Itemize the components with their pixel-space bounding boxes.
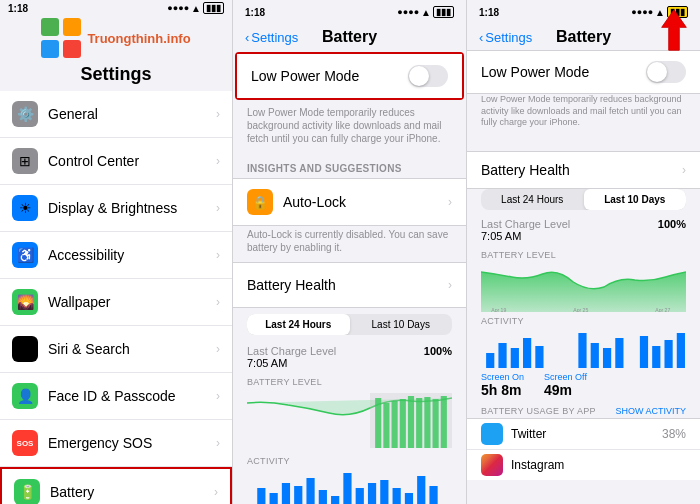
tab-10d-p3[interactable]: Last 10 Days xyxy=(584,189,687,210)
settings-item-emergency[interactable]: SOS Emergency SOS › xyxy=(0,420,232,467)
tab-24h-p2[interactable]: Last 24 Hours xyxy=(247,314,350,335)
time-p3: 1:18 xyxy=(479,7,499,18)
lpm-card-p2: Low Power Mode xyxy=(235,52,464,100)
back-button-p3[interactable]: ‹ Settings xyxy=(479,30,532,45)
display-icon: ☀ xyxy=(12,195,38,221)
signal-icon: ●●●● xyxy=(167,3,189,13)
svg-rect-6 xyxy=(383,403,389,448)
chevron-bh: › xyxy=(448,278,452,292)
chevron-icon: › xyxy=(216,342,220,356)
settings-item-siri[interactable]: ◎ Siri & Search › xyxy=(0,326,232,373)
watermark: Truongthinh.info xyxy=(0,16,232,60)
battery-panel: 1:18 ●●●● ▲ ▮▮▮ ‹ Settings Battery Low P… xyxy=(233,0,467,504)
wallpaper-label: Wallpaper xyxy=(48,294,216,310)
chevron-icon: › xyxy=(216,436,220,450)
settings-item-control-center[interactable]: ⊞ Control Center › xyxy=(0,138,232,185)
panel2-content: Low Power Mode Low Power Mode temporaril… xyxy=(233,50,466,504)
screen-on-value: 5h 8m xyxy=(481,382,524,398)
settings-item-faceid[interactable]: 👤 Face ID & Passcode › xyxy=(0,373,232,420)
signal-p2: ●●●● xyxy=(397,7,419,17)
wallpaper-icon: 🌄 xyxy=(12,289,38,315)
charge-level-row-p3: Last Charge Level 7:05 AM 100% xyxy=(467,214,700,246)
svg-rect-8 xyxy=(400,399,406,448)
last-charge-time-p3: 7:05 AM xyxy=(481,230,570,242)
activity-chart-p3 xyxy=(481,328,686,368)
settings-item-general[interactable]: ⚙️ General › xyxy=(0,91,232,138)
svg-rect-35 xyxy=(511,348,519,368)
nav-title-p3: Battery xyxy=(556,28,611,46)
screen-on-block: Screen On 5h 8m xyxy=(481,372,524,398)
svg-rect-18 xyxy=(306,478,314,504)
instagram-name: Instagram xyxy=(511,458,686,472)
bh-label-p3: Battery Health xyxy=(481,162,682,178)
settings-item-display[interactable]: ☀ Display & Brightness › xyxy=(0,185,232,232)
lpm-card-p3: Low Power Mode xyxy=(467,50,700,94)
svg-rect-14 xyxy=(257,488,265,504)
general-icon: ⚙️ xyxy=(12,101,38,127)
time-tabs-p2: Last 24 Hours Last 10 Days xyxy=(247,314,452,335)
chevron-icon: › xyxy=(216,201,220,215)
svg-rect-39 xyxy=(591,343,599,368)
siri-label: Siri & Search xyxy=(48,341,216,357)
lpm-toggle-p2[interactable] xyxy=(408,65,448,87)
time-tabs-p3: Last 24 Hours Last 10 Days xyxy=(481,189,686,210)
general-label: General xyxy=(48,106,216,122)
chevron-icon: › xyxy=(216,389,220,403)
charge-pct-p3: 100% xyxy=(658,218,686,242)
lpm-toggle-p3[interactable] xyxy=(646,61,686,83)
chevron-icon: › xyxy=(214,485,218,499)
control-center-icon: ⊞ xyxy=(12,148,38,174)
svg-rect-2 xyxy=(41,40,59,58)
svg-marker-29 xyxy=(662,10,687,50)
svg-rect-12 xyxy=(433,399,439,448)
autolock-row[interactable]: 🔒 Auto-Lock › xyxy=(233,179,466,225)
nav-title-p2: Battery xyxy=(322,28,377,46)
lpm-row-p2: Low Power Mode xyxy=(237,54,462,98)
toggle-knob xyxy=(409,66,429,86)
charge-title-p2: Last Charge Level xyxy=(247,345,336,357)
tab-10d-p2[interactable]: Last 10 Days xyxy=(350,314,453,335)
settings-panel: 1:18 ●●●● ▲ ▮▮▮ Truongthinh.info Setting… xyxy=(0,0,233,504)
lpm-row-p3: Low Power Mode xyxy=(467,51,700,93)
battery-chart-p3: Apr 19 Apr 25 Apr 27 xyxy=(481,262,686,312)
svg-rect-27 xyxy=(417,476,425,504)
twitter-icon xyxy=(481,423,503,445)
settings-item-wallpaper[interactable]: 🌄 Wallpaper › xyxy=(0,279,232,326)
svg-rect-16 xyxy=(282,483,290,504)
svg-rect-24 xyxy=(380,480,388,504)
tab-24h-p3[interactable]: Last 24 Hours xyxy=(481,189,584,210)
svg-rect-11 xyxy=(424,397,430,448)
battery-health-label: Battery Health xyxy=(247,277,448,293)
batt-usage-row: BATTERY USAGE BY APP SHOW ACTIVITY xyxy=(467,402,700,418)
settings-item-battery[interactable]: 🔋 Battery › xyxy=(0,467,232,504)
activity-label-p2: ACTIVITY xyxy=(233,452,466,468)
show-activity-btn[interactable]: SHOW ACTIVITY xyxy=(615,406,686,416)
svg-rect-38 xyxy=(578,333,586,368)
svg-rect-43 xyxy=(652,346,660,368)
autolock-label: Auto-Lock xyxy=(283,194,448,210)
batt-usage-label: BATTERY USAGE BY APP xyxy=(481,406,596,416)
act-label-p3: ACTIVITY xyxy=(467,312,700,328)
battery-detail-panel: 1:18 ●●●● ▲ ▮▮▮ ‹ Settings Battery Low P… xyxy=(467,0,700,504)
back-chevron-p3: ‹ xyxy=(479,30,483,45)
chevron-bh-p3: › xyxy=(682,163,686,177)
wifi-icon: ▲ xyxy=(191,3,201,14)
back-button-p2[interactable]: ‹ Settings xyxy=(245,30,298,45)
emergency-label: Emergency SOS xyxy=(48,435,216,451)
battery-chart-p2 xyxy=(247,393,452,448)
lpm-label-p2: Low Power Mode xyxy=(251,68,408,84)
settings-item-accessibility[interactable]: ♿ Accessibility › xyxy=(0,232,232,279)
instagram-row[interactable]: Instagram xyxy=(467,449,700,480)
svg-rect-13 xyxy=(441,396,447,448)
svg-rect-21 xyxy=(343,473,351,504)
svg-rect-23 xyxy=(368,483,376,504)
batt-level-label-p3: BATTERY LEVEL xyxy=(467,246,700,262)
twitter-row[interactable]: Twitter 38% xyxy=(467,418,700,449)
svg-rect-26 xyxy=(405,493,413,504)
twitter-pct: 38% xyxy=(662,427,686,441)
svg-rect-15 xyxy=(270,493,278,504)
bh-row-p3[interactable]: Battery Health › xyxy=(467,152,700,188)
battery-icon: ▮▮▮ xyxy=(203,2,224,14)
battery-health-row[interactable]: Battery Health › xyxy=(233,263,466,307)
svg-rect-44 xyxy=(664,340,672,368)
